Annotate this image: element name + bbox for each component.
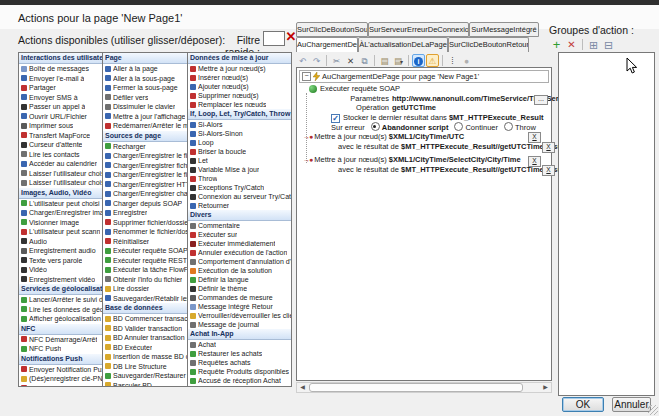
action-item[interactable]: Texte vers parole bbox=[19, 256, 102, 266]
delete-icon[interactable]: ✕ bbox=[344, 54, 357, 67]
action-item[interactable]: Exécuter la tâche FlowForce bbox=[103, 265, 187, 275]
paste-icon[interactable]: ▤ bbox=[378, 54, 391, 67]
scroll-right-icon[interactable]: ▶ bbox=[540, 383, 551, 392]
action-item[interactable]: Lire les données de géo bbox=[19, 305, 102, 315]
action-item[interactable]: Sauvegarder/Restaurer la BD S bbox=[103, 371, 187, 381]
action-item[interactable]: Obtenir/rapporter solde consom bbox=[188, 385, 291, 387]
action-item[interactable]: Aller à la sous-page bbox=[103, 74, 187, 84]
action-item[interactable]: Réinitialiser bbox=[103, 237, 187, 247]
action-item[interactable]: Accéder au calendrier bbox=[19, 159, 102, 169]
xpath-edit-button[interactable]: X bbox=[542, 165, 555, 176]
action-item[interactable]: Enregistrer bbox=[103, 208, 187, 218]
action-item[interactable]: Basculer BD bbox=[103, 381, 187, 388]
action-item[interactable]: Commandes de mesure bbox=[188, 293, 291, 302]
tab-auchargementdepage[interactable]: AuChargementDePage bbox=[296, 37, 358, 52]
cut-icon[interactable]: ✂ bbox=[330, 54, 343, 67]
action-item[interactable]: NFC Push bbox=[19, 344, 102, 354]
action-item[interactable]: Défiler vers bbox=[103, 93, 187, 103]
action-groups-list[interactable] bbox=[558, 52, 655, 396]
action-item[interactable]: Retourner bbox=[188, 201, 291, 210]
action-item[interactable]: DB Lire Structure bbox=[103, 362, 187, 372]
action-item[interactable]: Partager bbox=[19, 83, 102, 93]
update-node-row[interactable]: →●Mettre à jour nœud(s) $XML1/CityTime/U… bbox=[297, 132, 551, 142]
action-item[interactable]: Charger/Enregistrer HTTP/FTP bbox=[103, 180, 187, 190]
action-item[interactable]: Redémarrer/Arrêter le minuteu bbox=[103, 121, 187, 131]
disabled-record-icon[interactable]: ● bbox=[460, 54, 473, 67]
action-item[interactable]: Envoyer l'e-mail à bbox=[19, 74, 102, 84]
action-item[interactable]: Obtenir l'info du fichier bbox=[103, 275, 187, 285]
xpath-edit-button[interactable]: X bbox=[542, 142, 555, 153]
action-item[interactable]: Imprimer sous bbox=[19, 121, 102, 131]
horizontal-scrollbar[interactable]: ◀ ▶ bbox=[296, 382, 552, 393]
undo-icon[interactable]: ↶ bbox=[296, 54, 309, 67]
action-item[interactable]: (Dés)enregistrer sujets-P bbox=[19, 384, 102, 388]
action-item[interactable]: Envoyer SMS à bbox=[19, 93, 102, 103]
action-item[interactable]: Throw bbox=[188, 174, 291, 183]
action-item[interactable]: NFC Démarrage/Arrêt bbox=[19, 335, 102, 345]
action-item[interactable]: Lire les contacts bbox=[19, 150, 102, 160]
create-group-from-actions-icon[interactable]: ⊞ bbox=[587, 38, 600, 51]
action-item[interactable]: Insérer nœud(s) bbox=[188, 73, 291, 82]
info-icon[interactable]: i bbox=[412, 54, 425, 67]
action-item[interactable]: Charger/Enregistrer fichier Bina bbox=[103, 161, 187, 171]
action-item[interactable]: Lancer/Arrêter le suivi d bbox=[19, 295, 102, 305]
action-item[interactable]: Briser la boucle bbox=[188, 147, 291, 156]
action-item[interactable]: Envoyer Notification Pus bbox=[19, 365, 102, 375]
dropdown-arrow-icon[interactable]: ▾ bbox=[400, 59, 403, 65]
resize-grip[interactable] bbox=[648, 405, 658, 415]
action-item[interactable]: Message intégré Retour bbox=[188, 302, 291, 311]
action-item[interactable]: Insertion de masse BD dans bbox=[103, 352, 187, 362]
breakpoints-icon[interactable]: ⁞ bbox=[446, 54, 459, 67]
action-item[interactable]: Enregistrement audio bbox=[19, 246, 102, 256]
update-node-target[interactable]: $XML1/CityTime/UTC bbox=[389, 132, 464, 141]
tab-surserveurerreurdeconnexion[interactable]: SurServeurErreurDeConnexion bbox=[368, 22, 469, 37]
action-item[interactable]: Supprimer fichier/dossier bbox=[103, 218, 187, 228]
action-item[interactable]: Ouvrir URL/Fichier bbox=[19, 112, 102, 122]
action-item[interactable]: Exécuter sur bbox=[188, 230, 291, 239]
tab-surclicdeboutonsoumettre[interactable]: SurClicDeBoutonSoumettre bbox=[296, 22, 368, 37]
warning-icon[interactable]: ⚠ bbox=[426, 54, 439, 67]
action-item[interactable]: Audio bbox=[19, 237, 102, 247]
action-item[interactable]: Renommer le fichier/dossier bbox=[103, 227, 187, 237]
action-item[interactable]: Lire dossier bbox=[103, 284, 187, 294]
action-item[interactable]: Passer un appel à bbox=[19, 102, 102, 112]
action-item[interactable]: Définir le thème bbox=[188, 284, 291, 293]
tab-àl'actualisationdelapage[interactable]: ÀL'actualisationDeLaPage bbox=[358, 37, 448, 52]
action-item[interactable]: Ajouter nœud(s) bbox=[188, 82, 291, 91]
action-item[interactable]: Vidéo bbox=[19, 265, 102, 275]
action-item[interactable]: Fermer la sous-page bbox=[103, 83, 187, 93]
scrollbar-thumb[interactable] bbox=[309, 383, 523, 392]
delete-action-group-icon[interactable]: ✕ bbox=[565, 38, 578, 51]
tab-surclicdeboutonretour[interactable]: SurClicDeBoutonRetour bbox=[448, 37, 529, 52]
paste-special-icon[interactable]: ▤▾ bbox=[392, 54, 405, 67]
add-action-group-icon[interactable]: + bbox=[550, 38, 563, 51]
action-item[interactable]: Mettre à jour l'affichage bbox=[103, 112, 187, 122]
action-item[interactable]: Charger/Enregistrer ima bbox=[19, 208, 102, 218]
update-node-target[interactable]: $XML1/CityTime/SelectCity/City/Time bbox=[389, 155, 521, 164]
on-error-radio-abandonner-script[interactable] bbox=[371, 122, 380, 131]
action-item[interactable]: Si-Alors-Sinon bbox=[188, 129, 291, 138]
action-item[interactable]: BD Commencer transaction bbox=[103, 314, 187, 324]
action-item[interactable]: Verrouiller/déverrouiller les clien bbox=[188, 311, 291, 320]
action-item[interactable]: Recharger bbox=[103, 142, 187, 152]
update-node-row[interactable]: →●Mettre à jour nœud(s) $XML1/CityTime/S… bbox=[297, 155, 551, 165]
action-item[interactable]: Exécution de la solution bbox=[188, 266, 291, 275]
action-item[interactable]: Afficher géolocalisation bbox=[19, 314, 102, 324]
action-item[interactable]: Laisser l'utilisateur chois bbox=[19, 169, 102, 179]
action-item[interactable]: Let bbox=[188, 156, 291, 165]
action-item[interactable]: Requête Produits disponibles bbox=[188, 367, 291, 376]
action-item[interactable]: Variable Mise à jour bbox=[188, 165, 291, 174]
copy-icon[interactable]: ⧉ bbox=[358, 54, 371, 67]
action-item[interactable]: Charger/Enregistrer chaîne bbox=[103, 189, 187, 199]
action-item[interactable]: BD Valider transaction bbox=[103, 324, 187, 334]
quick-filter-input[interactable] bbox=[263, 31, 285, 46]
action-item[interactable]: Charger depuis SOAP bbox=[103, 199, 187, 209]
redo-icon[interactable]: ↷ bbox=[310, 54, 323, 67]
action-item[interactable]: Laisser l'utilisateur chois bbox=[19, 178, 102, 188]
action-item[interactable]: Exécuter requête REST bbox=[103, 256, 187, 266]
tab-surmessageintégré[interactable]: SurMessageIntégré bbox=[469, 22, 539, 37]
action-item[interactable]: Sauvegarder/Rétablir les sourc bbox=[103, 294, 187, 304]
action-item[interactable]: Mettre à jour nœud(s) bbox=[188, 64, 291, 73]
action-item[interactable]: Si-Alors bbox=[188, 120, 291, 129]
action-item[interactable]: Loop bbox=[188, 138, 291, 147]
